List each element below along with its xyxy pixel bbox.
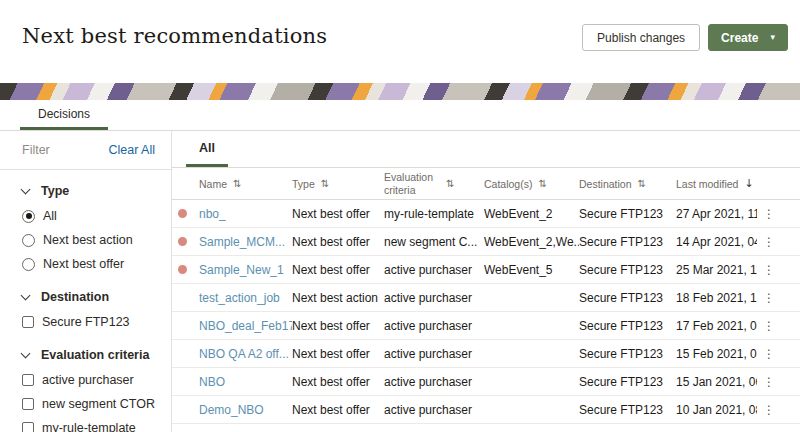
kebab-menu-icon[interactable]: ⋮ — [757, 263, 800, 277]
kebab-menu-icon[interactable]: ⋮ — [757, 207, 800, 221]
page-title: Next best recommendations — [22, 24, 327, 48]
table-tab-row: All — [172, 131, 800, 168]
filter-section-type: Type All Next best action Next best offe… — [0, 170, 171, 276]
destination-cell: Secure FTP123 — [579, 235, 676, 249]
table-row[interactable]: NBO_deal_Feb17 Next best offer active pu… — [172, 312, 800, 340]
last-modified-cell: 10 Jan 2021, 08:... — [676, 403, 757, 417]
decision-name-link[interactable]: test_action_job — [199, 291, 292, 305]
page-header: Next best recommendations Publish change… — [0, 0, 800, 83]
checkbox-icon[interactable] — [22, 398, 34, 410]
chevron-down-icon — [21, 291, 31, 301]
radio-icon[interactable] — [22, 234, 35, 247]
column-header-type[interactable]: Type⇅ — [292, 178, 384, 190]
checkbox-icon[interactable] — [22, 374, 34, 386]
decision-name-link[interactable]: Sample_MCM... — [199, 235, 292, 249]
kebab-menu-icon[interactable]: ⋮ — [757, 403, 800, 417]
tab-all[interactable]: All — [186, 131, 228, 167]
decisions-table: Name⇅ Type⇅ Evaluation criteria⇅ Catalog… — [172, 168, 800, 432]
sort-icon[interactable]: ⇅ — [233, 178, 241, 189]
filter-section-evaluation-criteria: Evaluation criteria active purchaser new… — [0, 334, 171, 432]
filter-section-destination: Destination Secure FTP123 — [0, 276, 171, 334]
filter-option-secure-ftp123[interactable]: Secure FTP123 — [22, 310, 163, 334]
type-cell: Next best offer — [292, 263, 384, 277]
table-row[interactable]: Sample_New_1 Next best offer active purc… — [172, 256, 800, 284]
type-cell: Next best offer — [292, 207, 384, 221]
next-best-recommendations-page: Next best recommendations Publish change… — [0, 0, 800, 432]
create-button[interactable]: Create ▾ — [708, 24, 788, 51]
checkbox-icon[interactable] — [22, 316, 34, 328]
table-row[interactable]: Demo_NBO Next best offer active purchase… — [172, 396, 800, 424]
radio-icon[interactable] — [22, 210, 35, 223]
create-button-label: Create — [721, 31, 758, 45]
table-row[interactable]: test_action_job Next best action active … — [172, 284, 800, 312]
kebab-menu-icon[interactable]: ⋮ — [757, 235, 800, 249]
destination-cell: Secure FTP123 — [579, 291, 676, 305]
evaluation-cell: active purchaser — [384, 291, 484, 305]
kebab-menu-icon[interactable]: ⋮ — [757, 319, 800, 333]
column-header-destination[interactable]: Destination⇅ — [579, 178, 676, 190]
decision-name-link[interactable]: nbo_ — [199, 207, 292, 221]
type-cell: Next best action — [292, 291, 384, 305]
column-header-evaluation-criteria[interactable]: Evaluation criteria⇅ — [384, 171, 484, 195]
table-row[interactable]: Sample_MCM... Next best offer new segmen… — [172, 228, 800, 256]
decision-name-link[interactable]: NBO QA A2 off... — [199, 347, 292, 361]
kebab-menu-icon[interactable]: ⋮ — [757, 291, 800, 305]
type-cell: Next best offer — [292, 319, 384, 333]
type-cell: Next best offer — [292, 347, 384, 361]
filter-section-destination-header[interactable]: Destination — [22, 290, 163, 304]
filter-option-active-purchaser[interactable]: active purchaser — [22, 368, 163, 392]
radio-icon[interactable] — [22, 258, 35, 271]
type-cell: Next best offer — [292, 403, 384, 417]
header-actions: Publish changes Create ▾ — [582, 24, 788, 51]
filter-option-my-rule-template[interactable]: my-rule-template — [22, 416, 163, 432]
decisions-table-panel: All Name⇅ Type⇅ Evaluation criteria⇅ Cat… — [172, 131, 800, 432]
column-header-name[interactable]: Name⇅ — [199, 178, 292, 190]
destination-cell: Secure FTP123 — [579, 347, 676, 361]
content-area: Clear All Type All Next best action — [0, 131, 800, 432]
status-dot — [178, 237, 187, 246]
chevron-down-icon — [21, 349, 31, 359]
sort-icon[interactable]: ⇅ — [321, 178, 329, 189]
tab-decisions[interactable]: Decisions — [20, 100, 108, 130]
kebab-menu-icon[interactable]: ⋮ — [757, 375, 800, 389]
filter-option-all[interactable]: All — [22, 204, 163, 228]
decision-name-link[interactable]: Sample_New_1 — [199, 263, 292, 277]
clear-all-link[interactable]: Clear All — [108, 143, 163, 157]
sort-icon[interactable]: ⇅ — [638, 178, 646, 189]
filter-section-type-header[interactable]: Type — [22, 184, 163, 198]
decorative-banner — [0, 83, 800, 100]
destination-cell: Secure FTP123 — [579, 263, 676, 277]
sort-desc-icon[interactable]: ↓ — [744, 177, 753, 190]
table-row[interactable]: Action_... Next best offer active purcha… — [172, 424, 800, 432]
decision-name-link[interactable]: NBO_deal_Feb17 — [199, 319, 292, 333]
kebab-menu-icon[interactable]: ⋮ — [757, 347, 800, 361]
filter-section-title: Evaluation criteria — [41, 348, 149, 362]
table-row[interactable]: NBO Next best offer active purchaser Sec… — [172, 368, 800, 396]
last-modified-cell: 18 Feb 2021, 12:3... — [676, 291, 757, 305]
column-header-last-modified[interactable]: Last modified↓ — [676, 177, 757, 190]
filter-option-next-best-offer[interactable]: Next best offer — [22, 252, 163, 276]
last-modified-cell: 25 Mar 2021, 11:... — [676, 263, 757, 277]
evaluation-cell: active purchaser — [384, 375, 484, 389]
type-cell: Next best offer — [292, 375, 384, 389]
filter-sidebar: Clear All Type All Next best action — [0, 131, 172, 432]
filter-input[interactable] — [22, 143, 92, 157]
filter-header-row: Clear All — [0, 131, 171, 170]
sort-icon[interactable]: ⇅ — [446, 178, 454, 189]
sort-icon[interactable]: ⇅ — [538, 178, 546, 189]
table-row[interactable]: NBO QA A2 off... Next best offer active … — [172, 340, 800, 368]
evaluation-cell: active purchaser — [384, 263, 484, 277]
checkbox-icon[interactable] — [22, 422, 34, 432]
column-header-catalogs[interactable]: Catalog(s)⇅ — [484, 178, 579, 190]
decision-name-link[interactable]: NBO — [199, 375, 292, 389]
chevron-down-icon: ▾ — [770, 33, 775, 42]
publish-changes-button[interactable]: Publish changes — [582, 24, 700, 51]
last-modified-cell: 15 Feb 2021, 02:... — [676, 347, 757, 361]
filter-option-new-segment-ctor[interactable]: new segment CTOR — [22, 392, 163, 416]
filter-section-title: Type — [41, 184, 69, 198]
filter-option-next-best-action[interactable]: Next best action — [22, 228, 163, 252]
filter-section-evaluation-header[interactable]: Evaluation criteria — [22, 348, 163, 362]
decision-name-link[interactable]: Demo_NBO — [199, 403, 292, 417]
table-row[interactable]: nbo_ Next best offer my-rule-template We… — [172, 200, 800, 228]
last-modified-cell: 27 Apr 2021, 11:1... — [676, 207, 757, 221]
